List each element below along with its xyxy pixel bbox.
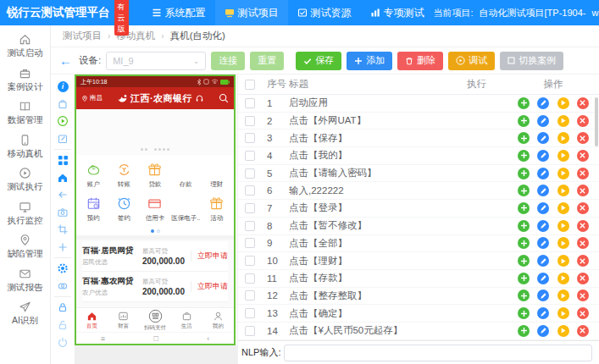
delete-step-icon[interactable] [577, 290, 589, 301]
app-loan[interactable]: 贷款 [140, 159, 170, 193]
username[interactable]: wangminx [591, 8, 599, 18]
row-checkbox[interactable] [245, 273, 255, 284]
apply-now-button[interactable]: 立即申请 [191, 281, 228, 292]
delete-step-icon[interactable] [577, 255, 589, 267]
app-credit-card[interactable]: 信用卡 [140, 193, 170, 227]
edit-step-icon[interactable] [537, 290, 549, 301]
device-select[interactable]: MI_9 ⌄ [106, 52, 206, 70]
reset-button[interactable]: 重置 [250, 52, 284, 70]
android-menu-icon[interactable]: ≡ [101, 334, 105, 343]
delete-step-icon[interactable] [577, 273, 589, 284]
row-checkbox[interactable] [245, 221, 255, 231]
edit-step-icon[interactable] [537, 273, 549, 284]
delete-step-icon[interactable] [577, 115, 589, 127]
row-checkbox[interactable] [245, 290, 255, 301]
delete-step-icon[interactable] [577, 307, 589, 319]
edit-step-icon[interactable] [537, 202, 549, 214]
city-selector[interactable]: 南昌 [81, 94, 103, 102]
edit-step-icon[interactable] [537, 115, 549, 127]
connect-button[interactable]: 连接 [211, 52, 245, 70]
home-icon[interactable] [51, 169, 75, 187]
add-step-icon[interactable] [518, 273, 530, 284]
run-step-icon[interactable] [557, 202, 569, 214]
sidebar-item-test-execution[interactable]: 测试执行 [8, 167, 43, 193]
delete-step-icon[interactable] [577, 97, 589, 109]
app-deposit[interactable]: 存款 [170, 159, 201, 193]
camera-icon[interactable] [51, 204, 75, 222]
current-project-value[interactable]: 自动化测试项目[TP-1904- [480, 7, 586, 19]
row-checkbox[interactable] [245, 168, 255, 179]
add-step-icon[interactable] [518, 290, 530, 301]
add-step-icon[interactable] [518, 307, 530, 319]
run-step-icon[interactable] [557, 220, 569, 232]
tab-life[interactable]: 生活 [171, 311, 202, 330]
switch-case-button[interactable]: 切换案例 [500, 52, 563, 70]
sidebar-item-defect-management[interactable]: 缺陷管理 [8, 234, 43, 260]
debug-button[interactable]: 调试 [448, 52, 495, 70]
nav-item-system-config[interactable]: 系统配置 [142, 0, 215, 25]
run-step-icon[interactable] [557, 237, 569, 249]
link-circles-icon[interactable] [51, 278, 75, 295]
run-step-icon[interactable] [557, 115, 569, 127]
banner-carousel[interactable] [76, 109, 234, 155]
add-step-icon[interactable] [518, 255, 530, 267]
add-step-icon[interactable] [518, 115, 530, 127]
tab-home[interactable]: 首页 [76, 311, 108, 330]
crop-icon[interactable] [51, 221, 75, 239]
delete-step-icon[interactable] [577, 237, 589, 249]
delete-step-icon[interactable] [577, 325, 589, 337]
row-checkbox[interactable] [245, 151, 255, 161]
row-checkbox[interactable] [245, 116, 255, 126]
save-button[interactable]: 保存 [296, 52, 341, 70]
delete-step-icon[interactable] [577, 220, 589, 232]
delete-step-icon[interactable] [577, 185, 589, 196]
sidebar-item-test-report[interactable]: 测试报告 [8, 267, 43, 294]
nav-item-test-project[interactable]: 测试项目 [215, 0, 288, 25]
row-checkbox[interactable] [245, 133, 255, 143]
edit-step-icon[interactable] [537, 168, 549, 179]
back-arrow-icon[interactable]: ← [59, 53, 72, 68]
row-checkbox[interactable] [245, 98, 255, 108]
app-medical-insurance[interactable]: 医保电子.. [170, 193, 201, 227]
sidebar-item-execution-monitor[interactable]: 执行监控 [8, 201, 43, 227]
edit-step-icon[interactable] [537, 325, 549, 337]
app-wealth[interactable]: 理财 [202, 159, 232, 193]
apply-now-button[interactable]: 立即申请 [191, 251, 228, 262]
add-step-icon[interactable] [518, 97, 530, 109]
run-step-icon[interactable] [557, 97, 569, 109]
add-step-icon[interactable] [518, 132, 530, 144]
sidebar-item-ai-recognition[interactable]: AI识别 [12, 301, 38, 327]
run-step-icon[interactable] [557, 132, 569, 144]
edit-step-icon[interactable] [537, 97, 549, 109]
breadcrumb-test-project[interactable]: 测试项目 [63, 30, 102, 42]
android-home-icon[interactable]: □ [153, 334, 158, 343]
add-step-icon[interactable] [518, 202, 530, 214]
edit-step-icon[interactable] [537, 185, 549, 196]
delete-step-icon[interactable] [577, 132, 589, 144]
nav-item-special-test[interactable]: 专项测试 [361, 0, 434, 25]
run-step-icon[interactable] [557, 168, 569, 179]
row-checkbox[interactable] [245, 326, 255, 336]
add-step-icon[interactable] [518, 325, 530, 337]
run-step-icon[interactable] [557, 325, 569, 337]
android-back-icon[interactable]: ‹ [207, 334, 209, 343]
add-step-icon[interactable] [518, 168, 530, 179]
row-checkbox[interactable] [245, 238, 255, 248]
row-checkbox[interactable] [245, 308, 255, 318]
delete-button[interactable]: 删除 [397, 52, 443, 70]
app-activity[interactable]: 活动 [202, 193, 232, 227]
edit-step-icon[interactable] [537, 220, 549, 232]
edit-icon[interactable] [51, 130, 75, 148]
arrow-left-icon[interactable] [51, 186, 75, 204]
run-step-icon[interactable] [557, 150, 569, 162]
row-checkbox[interactable] [245, 203, 255, 213]
lock-icon[interactable] [51, 299, 75, 317]
run-step-icon[interactable] [557, 185, 569, 196]
select-all-checkbox[interactable] [245, 80, 255, 90]
bag-icon[interactable] [51, 96, 75, 113]
play-icon[interactable] [51, 113, 75, 130]
info-icon[interactable]: i [51, 78, 75, 96]
delete-step-icon[interactable] [577, 202, 589, 214]
add-step-icon[interactable] [518, 220, 530, 232]
run-step-icon[interactable] [557, 307, 569, 319]
